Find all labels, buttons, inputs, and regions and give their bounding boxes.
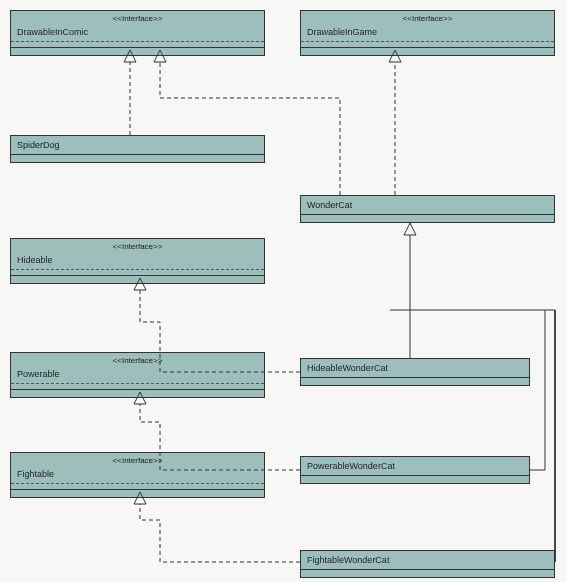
interface-powerable: <<Interface>> Powerable — [10, 352, 265, 398]
class-wonder-cat: WonderCat — [300, 195, 555, 223]
stereotype-label: <<Interface>> — [11, 11, 264, 23]
class-hideable-wonder-cat: HideableWonderCat — [300, 358, 530, 386]
interface-drawable-in-comic: <<Interface>> DrawableInComic — [10, 10, 265, 56]
class-name: WonderCat — [301, 196, 554, 214]
class-powerable-wonder-cat: PowerableWonderCat — [300, 456, 530, 484]
class-name: SpiderDog — [11, 136, 264, 154]
class-name: FightableWonderCat — [301, 551, 554, 569]
stereotype-label: <<Interface>> — [11, 239, 264, 251]
class-fightable-wonder-cat: FightableWonderCat — [300, 550, 555, 578]
stereotype-label: <<Interface>> — [11, 353, 264, 365]
class-spider-dog: SpiderDog — [10, 135, 265, 163]
realization-wondercat-drawableincomic — [160, 62, 340, 195]
interface-name: DrawableInComic — [11, 23, 264, 41]
generalization-powerablewondercat-wondercat — [530, 310, 545, 470]
class-name: HideableWonderCat — [301, 359, 529, 377]
interface-name: DrawableInGame — [301, 23, 554, 41]
stereotype-label: <<Interface>> — [11, 453, 264, 465]
class-name: PowerableWonderCat — [301, 457, 529, 475]
interface-hideable: <<Interface>> Hideable — [10, 238, 265, 284]
stereotype-label: <<Interface>> — [301, 11, 554, 23]
interface-drawable-in-game: <<Interface>> DrawableInGame — [300, 10, 555, 56]
interface-name: Hideable — [11, 251, 264, 269]
realization-fightablewondercat-fightable — [140, 504, 300, 562]
interface-name: Fightable — [11, 465, 264, 483]
interface-fightable: <<Interface>> Fightable — [10, 452, 265, 498]
interface-name: Powerable — [11, 365, 264, 383]
